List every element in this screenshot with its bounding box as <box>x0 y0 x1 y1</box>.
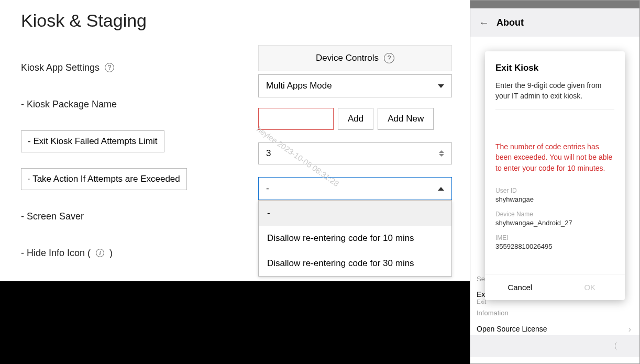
failed-attempts-value: 3 <box>266 148 271 159</box>
mobile-header-title: About <box>496 17 524 28</box>
hide-info-icon-label: - Hide Info Icon (i) <box>21 248 113 259</box>
kiosk-app-settings-text: Kiosk App Settings <box>21 62 100 73</box>
imei-value: 355928810026495 <box>495 242 614 250</box>
device-controls-label: Device Controls <box>316 53 379 63</box>
modal-title: Exit Kiosk <box>485 51 625 81</box>
help-icon[interactable]: ? <box>384 53 394 63</box>
chevron-up-icon <box>438 187 444 191</box>
take-action-label: · Take Action If Attempts are Exceeded <box>21 168 187 190</box>
add-button[interactable]: Add <box>338 108 373 130</box>
page-title: Kiosk & Staging <box>21 10 449 31</box>
device-name-value: shyhwangae_Android_27 <box>495 219 614 227</box>
imei-label: IMEI <box>495 234 614 241</box>
chevron-down-icon <box>438 84 444 88</box>
nav-back-icon[interactable]: 〈 <box>611 340 617 352</box>
device-name-label: Device Name <box>495 211 614 218</box>
screen-saver-label: - Screen Saver <box>21 211 84 222</box>
exit-failed-limit-label: - Exit Kiosk Failed Attempts Limit <box>21 130 164 152</box>
mobile-statusbar <box>470 1 639 8</box>
mobile-body: Settings Exi Exit Infomation Open Source… <box>470 37 639 335</box>
dropdown-option-10min[interactable]: Disallow re-entering code for 10 mins <box>259 226 451 251</box>
help-icon[interactable]: ? <box>105 63 114 72</box>
kiosk-mode-value: Multi Apps Mode <box>266 81 332 91</box>
package-name-input[interactable] <box>258 108 334 130</box>
failed-attempts-stepper[interactable]: 3 <box>258 142 452 164</box>
dropdown-option-30min[interactable]: Disallow re-entering code for 30 mins <box>259 251 451 276</box>
take-action-value: - <box>266 183 269 194</box>
kiosk-mode-select[interactable]: Multi Apps Mode <box>258 74 452 97</box>
hide-info-icon-close: ) <box>109 248 113 259</box>
cancel-button[interactable]: Cancel <box>485 274 555 300</box>
kiosk-package-name-label: - Kiosk Package Name <box>21 99 117 110</box>
take-action-dropdown-list: - Disallow re-entering code for 10 mins … <box>258 200 452 277</box>
user-id-value: shyhwangae <box>495 195 614 203</box>
mobile-preview: ← About Settings Exi Exit Infomation Ope… <box>470 0 640 364</box>
add-new-button[interactable]: Add New <box>378 108 434 130</box>
exit-kiosk-modal: Exit Kiosk Enter the 9-digit code given … <box>485 51 625 300</box>
device-controls-header: Device Controls ? <box>258 45 452 71</box>
kiosk-settings-panel: Kiosk & Staging Device Controls ? Kiosk … <box>0 0 470 281</box>
ok-button: OK <box>555 274 625 300</box>
hide-info-icon-text: - Hide Info Icon ( <box>21 248 91 259</box>
mobile-nav-bar: 〈 <box>470 335 639 357</box>
info-icon: i <box>96 249 104 257</box>
modal-error-message: The number of code entries has been exce… <box>495 109 614 180</box>
chevron-up-icon <box>439 150 444 153</box>
take-action-select[interactable]: - <box>258 177 452 200</box>
kiosk-app-settings-label: Kiosk App Settings ? <box>21 62 114 73</box>
dropdown-option-blank[interactable]: - <box>259 201 451 226</box>
back-arrow-icon[interactable]: ← <box>479 17 489 29</box>
modal-description: Enter the 9-digit code given from your I… <box>485 81 625 109</box>
user-id-label: User ID <box>495 187 614 194</box>
chevron-down-icon <box>439 154 444 157</box>
stepper-arrows[interactable] <box>439 150 444 157</box>
mobile-header: ← About <box>470 8 639 37</box>
